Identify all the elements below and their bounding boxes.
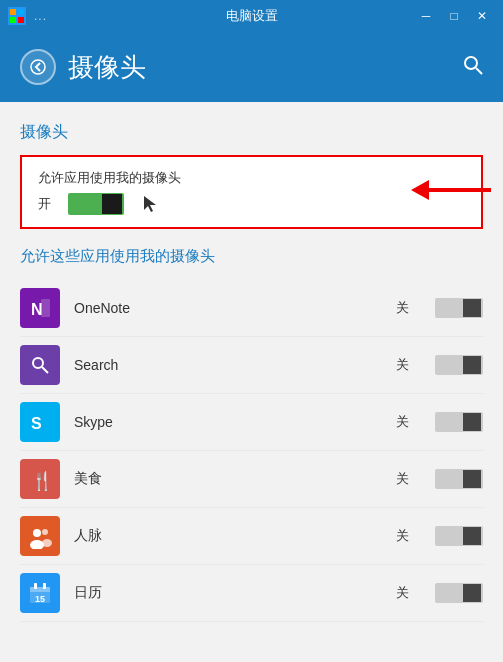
close-button[interactable]: ✕ (469, 6, 495, 26)
search-icon[interactable] (463, 55, 483, 80)
svg-rect-27 (30, 587, 50, 592)
page-title: 摄像头 (68, 50, 146, 85)
svg-text:N: N (31, 301, 43, 318)
svg-rect-2 (10, 17, 16, 23)
camera-toggle-section: 允许应用使用我的摄像头 开 (20, 155, 483, 229)
search-state: 关 (396, 356, 409, 374)
people-icon (20, 516, 60, 556)
title-bar-dots: ... (34, 9, 47, 23)
skype-icon: S (20, 402, 60, 442)
app-item-food: 🍴 美食 关 (20, 451, 483, 508)
svg-point-24 (42, 539, 52, 547)
svg-rect-13 (27, 352, 53, 378)
svg-rect-0 (10, 9, 16, 15)
food-label: 美食 (74, 470, 382, 488)
calendar-icon: 15 (20, 573, 60, 613)
toggle-knob (102, 194, 122, 214)
window-title: 电脑设置 (226, 7, 278, 25)
search-toggle[interactable] (435, 355, 483, 375)
app-list: N OneNote 关 Search 关 (20, 280, 483, 622)
arrow-indicator (401, 170, 491, 214)
svg-line-6 (476, 68, 482, 74)
svg-text:🍴: 🍴 (31, 470, 53, 492)
app-icon (8, 7, 26, 25)
onenote-state: 关 (396, 299, 409, 317)
food-state: 关 (396, 470, 409, 488)
svg-point-5 (465, 57, 477, 69)
svg-marker-9 (411, 180, 429, 200)
food-icon: 🍴 (20, 459, 60, 499)
calendar-label: 日历 (74, 584, 382, 602)
back-button[interactable] (20, 49, 56, 85)
people-state: 关 (396, 527, 409, 545)
svg-rect-29 (43, 583, 46, 589)
svg-rect-12 (41, 299, 50, 317)
onenote-icon: N (20, 288, 60, 328)
onenote-label: OneNote (74, 300, 382, 316)
camera-toggle[interactable] (68, 193, 124, 215)
window-controls: ─ □ ✕ (413, 6, 495, 26)
onenote-toggle[interactable] (435, 298, 483, 318)
svg-rect-3 (18, 17, 24, 23)
svg-text:15: 15 (35, 594, 45, 604)
toggle-state-label: 开 (38, 195, 54, 213)
svg-point-21 (33, 529, 41, 537)
svg-point-23 (42, 529, 48, 535)
people-toggle[interactable] (435, 526, 483, 546)
maximize-button[interactable]: □ (441, 6, 467, 26)
cursor-indicator (144, 196, 156, 212)
skype-toggle[interactable] (435, 412, 483, 432)
app-item-search: Search 关 (20, 337, 483, 394)
calendar-toggle[interactable] (435, 583, 483, 603)
page-header: 摄像头 (0, 32, 503, 102)
svg-rect-28 (34, 583, 37, 589)
section-title: 摄像头 (20, 122, 483, 143)
app-item-onenote: N OneNote 关 (20, 280, 483, 337)
minimize-button[interactable]: ─ (413, 6, 439, 26)
title-bar-left: ... (8, 7, 47, 25)
people-label: 人脉 (74, 527, 382, 545)
skype-state: 关 (396, 413, 409, 431)
skype-label: Skype (74, 414, 382, 430)
search-app-icon (20, 345, 60, 385)
svg-rect-1 (18, 9, 24, 15)
app-item-skype: S Skype 关 (20, 394, 483, 451)
calendar-state: 关 (396, 584, 409, 602)
app-item-people: 人脉 关 (20, 508, 483, 565)
food-toggle[interactable] (435, 469, 483, 489)
sub-section-title: 允许这些应用使用我的摄像头 (20, 247, 483, 266)
content-area: 摄像头 允许应用使用我的摄像头 开 (0, 102, 503, 662)
search-label: Search (74, 357, 382, 373)
svg-point-4 (31, 60, 45, 74)
svg-marker-7 (144, 196, 156, 212)
svg-text:S: S (31, 415, 42, 432)
app-item-calendar: 15 日历 关 (20, 565, 483, 622)
title-bar: ... 电脑设置 ─ □ ✕ (0, 0, 503, 32)
header-left: 摄像头 (20, 49, 146, 85)
